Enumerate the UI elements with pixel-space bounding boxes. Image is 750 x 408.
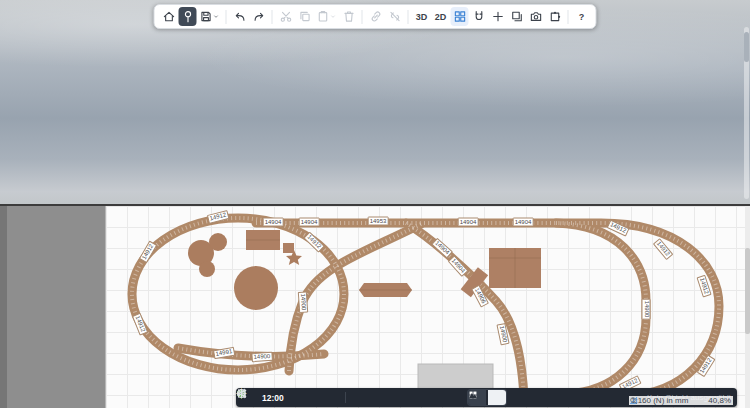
- more-dropdown[interactable]: [441, 390, 457, 405]
- scale-zoom-status: 1:160 (N) in mm 40,8%: [629, 396, 733, 405]
- save-button[interactable]: [198, 7, 222, 26]
- paste-button[interactable]: [315, 7, 339, 26]
- track-part-label[interactable]: 14904: [458, 218, 479, 227]
- chevron-down-icon: [213, 13, 220, 20]
- help-button[interactable]: ?: [573, 7, 591, 26]
- settings-button[interactable]: [585, 390, 601, 405]
- grid-icon: [453, 10, 466, 23]
- 2d-scrollbar-thumb[interactable]: [745, 248, 750, 334]
- vegetation-button[interactable]: [423, 390, 439, 405]
- redo-icon: [252, 10, 265, 23]
- toolbar-separator: [568, 10, 569, 24]
- effects-button[interactable]: [369, 390, 385, 405]
- view-mode-switch: [468, 390, 506, 405]
- view-3d-button[interactable]: 3D: [413, 7, 431, 26]
- track-part-label[interactable]: 14953: [368, 217, 389, 226]
- cut-button[interactable]: [277, 7, 295, 26]
- magnet-icon: [472, 10, 485, 23]
- unlink-icon: [388, 10, 401, 23]
- shuffle-button[interactable]: [405, 390, 421, 405]
- plugins-button[interactable]: [546, 7, 564, 26]
- zoom-level: 40,8%: [708, 396, 731, 405]
- duplicate-button[interactable]: [508, 7, 526, 26]
- plus-icon: [491, 10, 504, 23]
- grid-toggle-button[interactable]: [451, 7, 469, 26]
- zoom-button[interactable]: [351, 390, 367, 405]
- toolbar-separator: [226, 10, 227, 24]
- simulation-controls: 12:00: [242, 390, 457, 405]
- time-display: 12:00: [262, 393, 284, 403]
- track-part-label[interactable]: 14900: [642, 299, 651, 320]
- toolbar-separator: [408, 10, 409, 24]
- view-2d-button[interactable]: 2D: [432, 7, 450, 26]
- track-part-label[interactable]: 14900: [298, 291, 308, 312]
- home-button[interactable]: [160, 7, 178, 26]
- copy-icon: [298, 10, 311, 23]
- 3d-viewport[interactable]: [0, 0, 750, 204]
- tools-group: [567, 390, 637, 405]
- track-part-label[interactable]: 14904: [299, 218, 320, 227]
- link-icon: [369, 10, 382, 23]
- sparkle-button[interactable]: [387, 390, 403, 405]
- save-icon: [200, 10, 213, 23]
- cut-icon: [279, 10, 292, 23]
- track-part-label[interactable]: 14904: [263, 218, 284, 227]
- home-icon: [162, 10, 175, 23]
- step-forward-button[interactable]: [324, 390, 340, 405]
- toolbar-separator: [272, 10, 273, 24]
- 3d-scrollbar[interactable]: [744, 27, 749, 199]
- toolbar-separator: [362, 10, 363, 24]
- 2d-viewport: 1491214904149041495314904149041490414912…: [0, 206, 750, 408]
- track-part-label[interactable]: 14900: [251, 352, 272, 362]
- zoom-icon: [629, 396, 638, 405]
- terrain-view-button[interactable]: [488, 390, 506, 405]
- view-3d-button-label: 3D: [416, 12, 428, 22]
- delete-button[interactable]: [340, 7, 358, 26]
- duplicate-icon: [510, 10, 523, 23]
- redo-button[interactable]: [250, 7, 268, 26]
- play-button[interactable]: [306, 390, 322, 405]
- sliders-button[interactable]: [567, 390, 583, 405]
- undo-button[interactable]: [231, 7, 249, 26]
- puzzle-icon: [548, 10, 561, 23]
- info-icon: [236, 388, 247, 399]
- unlink-button[interactable]: [386, 7, 404, 26]
- mountain-icon: [468, 390, 478, 400]
- trash-icon: [342, 10, 355, 23]
- camera-button[interactable]: [527, 7, 545, 26]
- paste-icon: [317, 10, 330, 23]
- pause-button[interactable]: [288, 390, 304, 405]
- help-button-label: ?: [579, 12, 585, 22]
- track-part-label[interactable]: 14904: [513, 218, 534, 227]
- connections-button[interactable]: [603, 390, 619, 405]
- toolbar-separator: [345, 392, 346, 403]
- undo-icon: [233, 10, 246, 23]
- scale-label: 1:160 (N) in mm: [631, 396, 688, 405]
- track-plan-canvas[interactable]: 1491214904149041495314904149041490414912…: [105, 206, 745, 408]
- 3d-scrollbar-thumb[interactable]: [744, 32, 749, 62]
- camera-icon: [529, 10, 542, 23]
- pin-icon: [181, 10, 194, 23]
- workspace-left-margin: [0, 206, 7, 408]
- add-button[interactable]: [489, 7, 507, 26]
- chevron-down-icon: [330, 13, 337, 20]
- main-toolbar: 3D2D?: [154, 4, 597, 29]
- pin-view-button[interactable]: [179, 7, 197, 26]
- 2d-scrollbar[interactable]: [745, 206, 750, 408]
- app-window: 3D2D?: [0, 0, 750, 408]
- link-button[interactable]: [367, 7, 385, 26]
- view-2d-button-label: 2D: [435, 12, 447, 22]
- snap-magnet-button[interactable]: [470, 7, 488, 26]
- copy-button[interactable]: [296, 7, 314, 26]
